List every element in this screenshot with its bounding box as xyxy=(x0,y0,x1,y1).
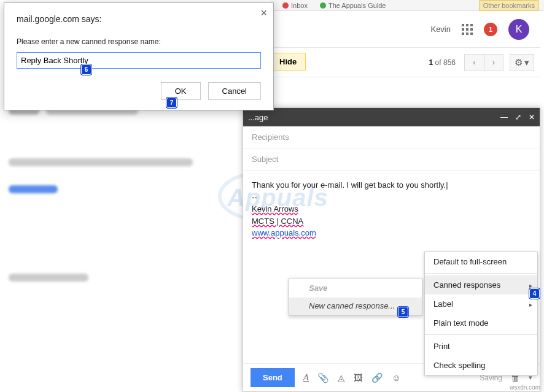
emoji-icon[interactable]: ☺ xyxy=(392,372,401,383)
annotation-badge-6: 6 xyxy=(81,64,91,75)
subject-field[interactable]: Subject xyxy=(243,148,540,171)
signature-cert: MCTS | CCNA xyxy=(252,217,303,226)
drive-icon[interactable]: ◬ xyxy=(338,372,345,383)
insert-photo-icon[interactable]: 🖼 xyxy=(354,372,363,383)
image-credit: wsxdn.com xyxy=(510,384,540,391)
expand-icon[interactable]: ⤢ xyxy=(515,113,521,121)
annotation-badge-7: 7 xyxy=(166,98,177,108)
account-name: Kevin xyxy=(430,25,451,34)
compose-title: ...age xyxy=(248,113,500,122)
menu-check-spelling[interactable]: Check spelling xyxy=(425,356,537,375)
cancel-button[interactable]: Cancel xyxy=(208,82,261,100)
insert-link-icon[interactable]: 🔗 xyxy=(371,372,383,383)
hide-button[interactable]: Hide xyxy=(270,53,306,71)
menu-canned-responses[interactable]: Canned responses▸ xyxy=(425,275,537,294)
menu-plain-text[interactable]: Plain text mode xyxy=(425,313,537,332)
signature-name: Kevin Arrows xyxy=(252,204,298,213)
signature-divider: -- xyxy=(252,193,257,202)
dropdown-icon: ▾ xyxy=(524,57,529,68)
browser-tab-strip: Inbox The Appuals Guide Other bookmarks xyxy=(270,0,544,11)
dialog-close-icon[interactable]: × xyxy=(260,7,267,20)
gmail-header: Kevin 1 K xyxy=(270,11,540,48)
close-icon[interactable]: ✕ xyxy=(529,113,535,121)
submenu-save-header: Save xyxy=(289,279,422,298)
mail-list xyxy=(4,98,243,292)
minimize-icon[interactable]: — xyxy=(500,113,508,121)
prompt-dialog: × mail.google.com says: Please enter a n… xyxy=(4,2,274,110)
send-button[interactable]: Send xyxy=(251,368,295,387)
canned-response-name-input[interactable] xyxy=(17,52,261,69)
avatar[interactable]: K xyxy=(508,19,529,40)
signature-link[interactable]: www.appuals.com xyxy=(252,228,316,237)
gear-icon: ⚙ xyxy=(515,57,523,68)
apps-grid-icon[interactable] xyxy=(462,24,473,35)
annotation-badge-5: 5 xyxy=(398,307,408,317)
settings-gear-button[interactable]: ⚙▾ xyxy=(510,54,534,71)
pagination-count: 1 of 856 xyxy=(429,58,456,67)
next-page-button[interactable]: › xyxy=(484,54,503,71)
compose-body-text: Thank you for your e-mail. I will get ba… xyxy=(252,180,448,190)
notifications-badge[interactable]: 1 xyxy=(484,23,497,36)
bookmarks-folder[interactable]: Other bookmarks xyxy=(479,0,539,11)
submenu-arrow-icon: ▸ xyxy=(529,301,532,307)
browser-tab[interactable]: The Appuals Guide xyxy=(320,2,386,9)
prev-page-button[interactable]: ‹ xyxy=(464,54,484,71)
compose-more-menu: Default to full-screen Canned responses▸… xyxy=(424,252,538,375)
submenu-arrow-icon: ▸ xyxy=(529,282,532,288)
menu-print[interactable]: Print xyxy=(425,337,537,356)
recipients-field[interactable]: Recipients xyxy=(243,126,540,148)
menu-default-fullscreen[interactable]: Default to full-screen xyxy=(425,252,537,271)
dialog-title: mail.google.com says: xyxy=(17,14,261,24)
annotation-badge-4: 4 xyxy=(529,288,540,299)
format-icon[interactable]: A xyxy=(303,372,309,383)
dialog-message: Please enter a new canned response name: xyxy=(17,37,261,46)
attach-icon[interactable]: 📎 xyxy=(317,372,329,383)
mail-toolbar: Hide 1 of 856 ‹ › ⚙▾ xyxy=(270,48,540,77)
compose-titlebar[interactable]: ...age — ⤢ ✕ xyxy=(243,108,540,126)
menu-label[interactable]: Label▸ xyxy=(425,294,537,313)
browser-tab[interactable]: Inbox xyxy=(282,2,308,9)
